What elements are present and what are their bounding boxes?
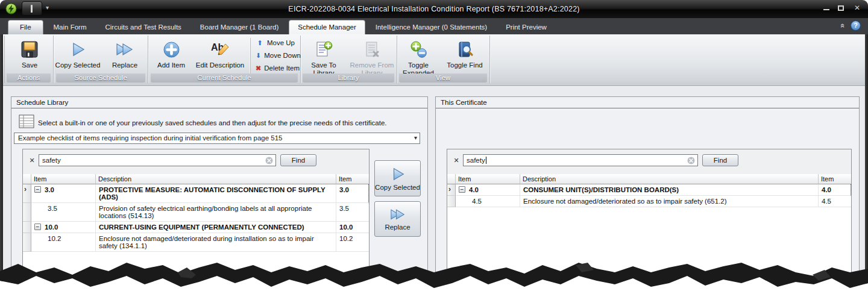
move-down-button[interactable]: ⬇ Move Down: [256, 51, 297, 60]
search-value: safety: [467, 157, 485, 164]
ribbon-group-library: Save To Library Remove From Library Libr…: [301, 36, 397, 83]
svg-text:?: ?: [854, 22, 858, 29]
close-search-icon[interactable]: ✕: [28, 156, 36, 164]
column-header-selector[interactable]: [447, 174, 456, 184]
maximize-button[interactable]: [838, 5, 844, 11]
row-selector: [23, 203, 31, 222]
item-cell: 3.5: [336, 203, 369, 222]
item-cell: −10.0: [31, 222, 96, 233]
tab-intelligence-manager[interactable]: Intelligence Manager (0 Statements): [367, 20, 495, 34]
column-header-item2[interactable]: Item: [336, 174, 369, 184]
library-list-box: ✕ safety Find Item Description Item: [22, 149, 370, 290]
clear-input-icon[interactable]: [265, 157, 273, 164]
close-button[interactable]: ✕: [852, 4, 862, 12]
minimize-button[interactable]: [823, 5, 829, 10]
save-to-library-button[interactable]: Save To Library: [302, 37, 345, 77]
app-icon[interactable]: [5, 3, 17, 14]
move-up-button[interactable]: ⬆ Move Up: [256, 38, 297, 48]
column-header-item[interactable]: Item: [31, 174, 96, 184]
window-border-right: [865, 34, 868, 294]
schedule-library-panel: Schedule Library Select a built-in or on…: [11, 96, 428, 290]
group-label-library: Library: [303, 74, 394, 83]
page-title: EICR-202208-0034 Electrical Installation…: [0, 5, 868, 13]
library-table: Item Description Item › −3.0 PROTECTIVE …: [23, 174, 369, 252]
item-cell: 10.0: [336, 222, 369, 233]
collapse-ribbon-icon[interactable]: «: [838, 23, 848, 28]
floppy-disk-icon: [19, 39, 40, 60]
ribbon-group-current-schedule: Add Item Ab Edit Description ⬆ Move Up ⬇…: [149, 36, 301, 83]
button-label: Edit Description: [192, 61, 248, 69]
button-label: Delete Item: [264, 64, 300, 72]
panel-title: Schedule Library: [11, 97, 427, 108]
copy-selected-panel-button[interactable]: Copy Selected: [374, 160, 421, 196]
ribbon-tab-strip: File Main Form Circuits and Test Results…: [0, 18, 868, 34]
collapse-box-icon[interactable]: −: [34, 186, 41, 193]
add-item-button[interactable]: Add Item: [150, 37, 192, 69]
replace-button[interactable]: Replace: [101, 37, 148, 69]
chevron-down-icon: ▾: [414, 134, 417, 141]
column-header-item[interactable]: Item: [456, 174, 520, 184]
edit-description-button[interactable]: Ab Edit Description: [192, 37, 248, 69]
description-cell: CONSUMER UNIT(S)/DISTRIBUTION BOARD(S): [520, 184, 819, 196]
description-cell: PROTECTIVE MEASURE: AUTOMATIC DISCONNECT…: [96, 184, 336, 203]
item-cell: −4.0: [456, 184, 520, 196]
tab-print-preview[interactable]: Print Preview: [497, 20, 555, 34]
item-cell: 3.5: [31, 203, 96, 222]
close-search-icon[interactable]: ✕: [452, 156, 461, 164]
button-label: Replace: [101, 61, 148, 69]
move-up-icon: ⬆: [256, 39, 264, 47]
button-label: Replace: [385, 224, 410, 231]
schedule-dropdown[interactable]: Example checklist of items requiring ins…: [14, 133, 420, 144]
collapse-box-icon[interactable]: −: [459, 186, 465, 193]
quick-access-icon: [31, 5, 33, 13]
clear-input-icon[interactable]: [687, 157, 695, 164]
description-cell: Enclosure not damaged/deteriorated durin…: [96, 233, 336, 252]
search-input[interactable]: safety: [463, 154, 698, 166]
item-cell: 4.5: [456, 196, 520, 207]
column-header-description[interactable]: Description: [520, 174, 819, 184]
text-caret: [486, 157, 486, 164]
title-bar: ▾ EICR-202208-0034 Electrical Installati…: [0, 0, 868, 18]
search-input[interactable]: safety: [39, 154, 276, 166]
row-selector: [447, 196, 456, 207]
quick-access-toolbar[interactable]: [22, 1, 42, 16]
help-icon[interactable]: ?: [851, 20, 861, 31]
certificate-table: Item Description Item › −4.0 CONSUMER UN…: [447, 174, 851, 207]
description-cell: CURRENT-USING EQUIPMENT (PERMANENTLY CON…: [96, 222, 336, 233]
collapse-box-icon[interactable]: −: [34, 224, 41, 230]
column-header-selector[interactable]: [23, 174, 31, 184]
certificate-list-box: ✕ safety Find Item Description Item: [447, 149, 852, 290]
find-button[interactable]: Find: [280, 154, 316, 166]
item-cell: 4.0: [819, 184, 851, 196]
save-button[interactable]: Save: [6, 37, 53, 69]
dropdown-value: Example checklist of items requiring ins…: [18, 134, 283, 142]
item-cell: 4.5: [819, 196, 851, 207]
tab-board-manager[interactable]: Board Manager (1 Board): [192, 20, 287, 34]
tab-circuits-and-test-results[interactable]: Circuits and Test Results: [96, 20, 189, 34]
arrow-right-icon: [389, 166, 406, 182]
button-label: Move Down: [264, 52, 301, 59]
book-search-icon: [456, 40, 474, 59]
group-label-source-schedule: Source Schedule: [56, 74, 145, 83]
find-button[interactable]: Find: [702, 154, 738, 166]
button-label: Copy Selected: [54, 61, 101, 69]
delete-item-button[interactable]: ✖ Delete Item: [256, 63, 297, 73]
double-arrow-right-icon: [115, 41, 134, 58]
tab-main-form[interactable]: Main Form: [45, 20, 95, 34]
content-area: Schedule Library Select a built-in or on…: [3, 87, 865, 294]
tab-file[interactable]: File: [8, 20, 43, 34]
toggle-expanded-button[interactable]: Toggle Expanded: [398, 37, 438, 77]
column-header-item2[interactable]: Item: [819, 174, 851, 184]
button-label: Save: [6, 61, 53, 69]
tab-schedule-manager[interactable]: Schedule Manager: [289, 20, 365, 34]
column-header-description[interactable]: Description: [96, 174, 336, 184]
item-cell: 10.2: [336, 233, 369, 252]
copy-selected-button[interactable]: Copy Selected: [54, 37, 101, 69]
description-cell: Enclosure not damaged/deteriorated so as…: [520, 196, 819, 207]
replace-panel-button[interactable]: Replace: [374, 201, 421, 237]
remove-from-library-button[interactable]: Remove From Library: [348, 37, 396, 77]
toggle-find-button[interactable]: Toggle Find: [443, 37, 486, 69]
button-label: Toggle Find: [443, 61, 486, 69]
item-cell: 3.0: [336, 184, 369, 203]
quick-access-dropdown-icon[interactable]: ▾: [46, 4, 49, 11]
